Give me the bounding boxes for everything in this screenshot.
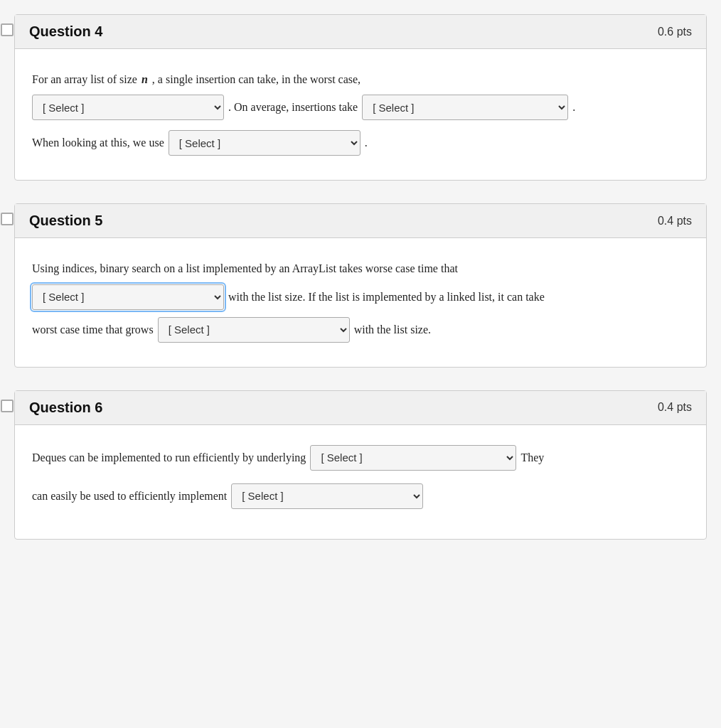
flag-icon-q4 bbox=[0, 22, 15, 38]
question-5-card: Question 5 0.4 pts Using indices, binary… bbox=[14, 203, 707, 367]
q4-text-pre: For an array list of size bbox=[32, 69, 137, 90]
question-6-title: Question 6 bbox=[29, 400, 102, 416]
question-4-row1: For an array list of size n , a single i… bbox=[32, 69, 689, 90]
question-4-body: For an array list of size n , a single i… bbox=[15, 49, 706, 180]
question-4-title: Question 4 bbox=[29, 23, 102, 40]
q6-text-line2-pre: can easily be used to efficiently implem… bbox=[32, 486, 227, 507]
question-5-points: 0.4 pts bbox=[658, 215, 692, 228]
q4-n-var: n bbox=[141, 69, 148, 90]
q5-text-post2: with the list size. bbox=[354, 319, 431, 341]
q4-text-line2-pre: When looking at this, we use bbox=[32, 132, 164, 154]
q4-select2[interactable]: [ Select ] bbox=[362, 95, 568, 120]
flag-icon-q6 bbox=[0, 398, 15, 414]
flag-icon-q5 bbox=[0, 211, 15, 227]
q6-select1[interactable]: [ Select ] bbox=[310, 445, 516, 471]
q4-text-end: . bbox=[572, 97, 575, 118]
question-5-body: Using indices, binary search on a list i… bbox=[15, 238, 706, 366]
question-5-row1: Using indices, binary search on a list i… bbox=[32, 258, 689, 279]
q6-text-line1-post: They bbox=[520, 447, 544, 469]
q5-select1[interactable]: [ Select ] bbox=[32, 284, 224, 310]
q5-text-line2-pre: worst case time that grows bbox=[32, 319, 154, 341]
q4-select3[interactable]: [ Select ] bbox=[169, 130, 360, 156]
question-6-header: Question 6 0.4 pts bbox=[15, 391, 706, 425]
q4-text-line2-end: . bbox=[365, 132, 368, 154]
q4-text-mid: . On average, insertions take bbox=[228, 97, 358, 118]
question-6-row2: can easily be used to efficiently implem… bbox=[32, 483, 689, 509]
q6-select2[interactable]: [ Select ] bbox=[231, 483, 423, 509]
q4-text-post: , a single insertion can take, in the wo… bbox=[152, 69, 360, 90]
q6-text-line1-pre: Deques can be implemented to run efficie… bbox=[32, 447, 306, 469]
q5-text-line1: Using indices, binary search on a list i… bbox=[32, 258, 458, 279]
question-4-header: Question 4 0.6 pts bbox=[15, 15, 706, 49]
question-6-row1: Deques can be implemented to run efficie… bbox=[32, 445, 689, 471]
q5-select2[interactable]: [ Select ] bbox=[158, 317, 350, 343]
question-4-row3: When looking at this, we use [ Select ] … bbox=[32, 130, 689, 156]
question-4-points: 0.6 pts bbox=[658, 26, 692, 38]
question-4-row2: [ Select ] . On average, insertions take… bbox=[32, 95, 689, 120]
question-5-row2: [ Select ] with the list size. If the li… bbox=[32, 284, 689, 310]
q4-select1[interactable]: [ Select ] bbox=[32, 95, 224, 120]
q5-text-post1: with the list size. If the list is imple… bbox=[228, 287, 545, 308]
question-4-card: Question 4 0.6 pts For an array list of … bbox=[14, 14, 707, 181]
question-5-header: Question 5 0.4 pts bbox=[15, 204, 706, 238]
question-6-points: 0.4 pts bbox=[658, 401, 692, 414]
question-5-title: Question 5 bbox=[29, 213, 102, 229]
question-6-body: Deques can be implemented to run efficie… bbox=[15, 425, 706, 539]
question-5-row3: worst case time that grows [ Select ] wi… bbox=[32, 317, 689, 343]
question-6-card: Question 6 0.4 pts Deques can be impleme… bbox=[14, 390, 707, 540]
